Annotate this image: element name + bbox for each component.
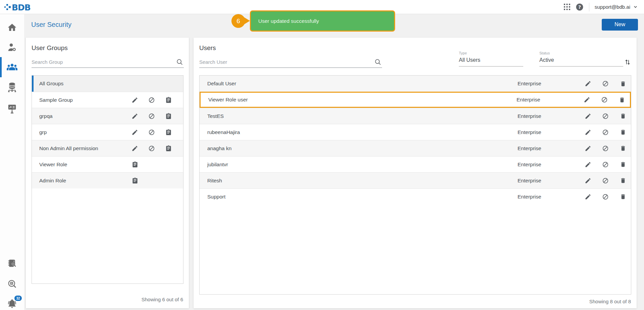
edit-icon[interactable]	[585, 113, 591, 120]
status-filter-label: Status	[539, 51, 623, 55]
group-row[interactable]: Non Admin All permission	[32, 140, 183, 156]
account-email: support@bdb.ai	[595, 4, 630, 10]
block-icon[interactable]	[148, 129, 155, 136]
user-name: rubeenaHajira	[207, 129, 518, 135]
delete-icon[interactable]	[620, 177, 626, 184]
users-panel: Users Type All Users Status Active Defau…	[194, 38, 637, 308]
apps-grid-icon[interactable]	[564, 4, 570, 10]
annotation-marker: 6	[231, 14, 245, 28]
block-icon[interactable]	[148, 97, 155, 103]
user-type: Enterprise	[518, 129, 585, 135]
copy-icon[interactable]	[131, 177, 138, 184]
delete-icon[interactable]	[620, 113, 626, 120]
edit-icon[interactable]	[131, 129, 138, 136]
bdb-logo[interactable]: BDB	[4, 1, 36, 13]
user-row: Default User Enterprise	[200, 76, 631, 92]
edit-icon[interactable]	[584, 96, 590, 103]
group-actions	[131, 145, 174, 152]
presentation-icon[interactable]	[0, 103, 24, 114]
edit-icon[interactable]	[585, 80, 591, 87]
notifications-icon[interactable]: 32	[0, 298, 24, 308]
user-actions	[585, 113, 626, 120]
delete-icon[interactable]	[620, 193, 626, 200]
block-icon[interactable]	[602, 113, 609, 120]
new-button[interactable]: New	[602, 19, 638, 31]
user-settings-icon[interactable]	[0, 42, 24, 52]
delete-icon[interactable]	[620, 80, 626, 87]
edit-icon[interactable]	[585, 161, 591, 168]
group-name: grp	[39, 129, 131, 135]
logo-text: BDB	[12, 3, 31, 12]
copy-icon[interactable]	[165, 129, 172, 136]
user-row: TestES Enterprise	[200, 108, 631, 124]
search-icon[interactable]	[174, 58, 184, 68]
left-nav-rail: 32	[0, 14, 24, 310]
block-icon[interactable]	[148, 145, 155, 152]
type-filter[interactable]: Type All Users	[459, 51, 523, 67]
user-actions	[584, 96, 625, 103]
data-search-icon[interactable]	[0, 279, 24, 289]
group-actions	[131, 177, 174, 184]
user-row: Ritesh Enterprise	[200, 172, 631, 188]
data-center-icon[interactable]	[0, 82, 24, 93]
search-icon[interactable]	[372, 58, 382, 68]
delete-icon[interactable]	[620, 129, 626, 136]
block-icon[interactable]	[601, 96, 608, 103]
group-actions	[131, 113, 174, 120]
edit-icon[interactable]	[585, 129, 591, 136]
block-icon[interactable]	[602, 80, 609, 87]
user-type: Enterprise	[518, 145, 585, 151]
user-type: Enterprise	[518, 81, 585, 87]
group-actions	[131, 97, 174, 103]
users-count: Showing 8 out of 8	[589, 299, 631, 304]
group-row[interactable]: Viewer Role	[32, 156, 183, 172]
delete-icon[interactable]	[620, 145, 626, 152]
edit-icon[interactable]	[585, 145, 591, 152]
user-groups-icon[interactable]	[0, 62, 24, 72]
group-row[interactable]: grp	[32, 124, 183, 140]
group-row[interactable]: All Groups	[32, 76, 183, 92]
block-icon[interactable]	[148, 113, 155, 120]
sort-icon[interactable]	[624, 58, 631, 66]
block-icon[interactable]	[602, 177, 609, 184]
status-filter[interactable]: Status Active	[539, 51, 623, 67]
main-content: User Security New User Groups All Groups…	[24, 14, 644, 310]
group-name: Sample Group	[39, 97, 131, 103]
home-icon[interactable]	[0, 23, 24, 33]
svg-text:?: ?	[578, 4, 581, 10]
account-menu[interactable]: support@bdb.ai	[595, 4, 638, 10]
user-actions	[585, 193, 626, 200]
copy-icon[interactable]	[165, 145, 172, 152]
help-icon[interactable]: ?	[576, 3, 584, 11]
group-row[interactable]: Admin Role	[32, 172, 183, 188]
block-icon[interactable]	[602, 145, 609, 152]
user-type: Enterprise	[518, 113, 585, 119]
notification-badge: 32	[14, 296, 22, 301]
block-icon[interactable]	[602, 129, 609, 136]
edit-icon[interactable]	[585, 193, 591, 200]
user-actions	[585, 177, 626, 184]
user-list: Default User Enterprise Viewer Role user…	[199, 75, 631, 295]
groups-count: Showing 6 out of 6	[142, 297, 183, 302]
edit-icon[interactable]	[131, 97, 138, 103]
edit-icon[interactable]	[131, 113, 138, 120]
group-list: All Groups Sample Group grpqa grp Non Ad…	[32, 75, 183, 284]
edit-icon[interactable]	[585, 177, 591, 184]
page-title: User Security	[31, 21, 71, 29]
group-row[interactable]: Sample Group	[32, 92, 183, 108]
chevron-down-icon	[633, 4, 638, 9]
edit-icon[interactable]	[131, 145, 138, 152]
delete-icon[interactable]	[619, 96, 625, 103]
audit-search-icon[interactable]	[0, 259, 24, 269]
user-type: Enterprise	[518, 194, 585, 200]
delete-icon[interactable]	[620, 161, 626, 168]
block-icon[interactable]	[602, 161, 609, 168]
group-row[interactable]: grpqa	[32, 108, 183, 124]
group-search-input[interactable]	[32, 59, 174, 68]
copy-icon[interactable]	[165, 113, 172, 120]
block-icon[interactable]	[602, 193, 609, 200]
user-search-input[interactable]	[199, 59, 372, 68]
copy-icon[interactable]	[131, 161, 138, 168]
copy-icon[interactable]	[165, 97, 172, 103]
group-actions	[131, 161, 174, 168]
